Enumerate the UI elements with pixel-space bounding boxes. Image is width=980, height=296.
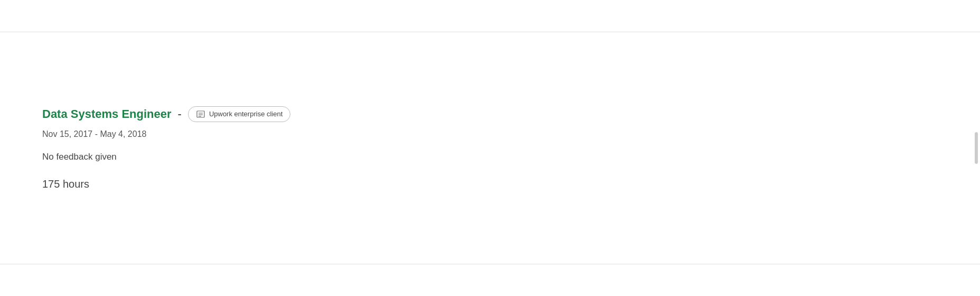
badge-icon (196, 109, 205, 119)
title-dash: - (178, 107, 182, 121)
content-area: Data Systems Engineer - Upwork enterpris… (0, 85, 980, 211)
badge-label: Upwork enterprise client (209, 110, 282, 118)
date-range: Nov 15, 2017 - May 4, 2018 (42, 130, 938, 139)
top-divider (0, 32, 980, 32)
scrollbar-track[interactable] (975, 132, 978, 164)
job-title[interactable]: Data Systems Engineer (42, 107, 172, 121)
enterprise-badge: Upwork enterprise client (188, 106, 290, 122)
page-container: Data Systems Engineer - Upwork enterpris… (0, 0, 980, 296)
feedback-text: No feedback given (42, 152, 938, 162)
job-title-row: Data Systems Engineer - Upwork enterpris… (42, 106, 938, 122)
bottom-divider (0, 264, 980, 264)
hours-text: 175 hours (42, 178, 938, 190)
